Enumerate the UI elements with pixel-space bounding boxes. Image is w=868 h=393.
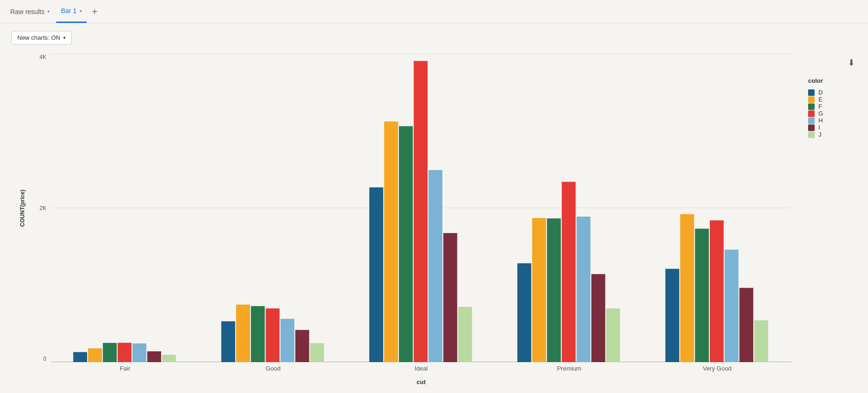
legend-area: ⬇ color D E F G H I J bbox=[791, 54, 857, 386]
bar-Very Good-F[interactable] bbox=[695, 229, 709, 362]
bar-Very Good-D[interactable] bbox=[665, 269, 679, 362]
legend-item-E: E bbox=[808, 96, 849, 103]
legend-swatch-E bbox=[808, 96, 815, 103]
new-charts-label: New charts: ON bbox=[17, 34, 60, 41]
legend-label-F: F bbox=[818, 103, 822, 110]
bar-Good-G[interactable] bbox=[265, 308, 280, 362]
bar-Premium-G[interactable] bbox=[562, 182, 576, 362]
legend-label-H: H bbox=[818, 117, 823, 124]
bar-Ideal-G[interactable] bbox=[414, 61, 428, 362]
x-axis-labels: FairGoodIdealPremiumVery Goodcut bbox=[51, 362, 791, 386]
x-label-Ideal: Ideal bbox=[414, 365, 427, 372]
toolbar: New charts: ON ▾ bbox=[11, 31, 857, 44]
x-axis-title: cut bbox=[417, 378, 426, 386]
chart-area: COUNT(price) 02K4K FairGoodIdealPremiumV… bbox=[11, 54, 791, 386]
legend-label-J: J bbox=[818, 131, 822, 138]
main-content: New charts: ON ▾ COUNT(price) 02K4K bbox=[0, 23, 868, 393]
bar-Premium-J[interactable] bbox=[606, 308, 620, 362]
legend-swatch-D bbox=[808, 89, 815, 96]
legend-label-D: D bbox=[818, 89, 823, 96]
bar-Premium-D[interactable] bbox=[517, 263, 531, 362]
y-tick-2K: 2K bbox=[39, 205, 46, 211]
bar-Fair-J[interactable] bbox=[162, 355, 176, 362]
bars-chart bbox=[51, 54, 791, 362]
bar-Good-H[interactable] bbox=[280, 319, 294, 362]
bar-Fair-I[interactable] bbox=[147, 351, 162, 362]
x-label-Premium: Premium bbox=[557, 365, 581, 372]
legend-swatch-F bbox=[808, 103, 815, 110]
legend-item-J: J bbox=[808, 131, 849, 138]
y-tick-4K: 4K bbox=[39, 54, 46, 60]
legend: color D E F G H I J bbox=[801, 73, 857, 143]
bar-Very Good-J[interactable] bbox=[754, 320, 768, 362]
download-button[interactable]: ⬇ bbox=[846, 56, 857, 70]
y-tick-0: 0 bbox=[43, 356, 46, 362]
new-charts-toggle[interactable]: New charts: ON ▾ bbox=[11, 31, 72, 44]
x-label-Good: Good bbox=[265, 365, 280, 372]
bar-Good-J[interactable] bbox=[310, 343, 324, 362]
bar-Ideal-E[interactable] bbox=[384, 122, 398, 362]
tab-bar: Raw results ▾ Bar 1 ▾ + bbox=[0, 0, 868, 23]
bar-Ideal-D[interactable] bbox=[369, 187, 383, 362]
bar-Good-D[interactable] bbox=[221, 321, 235, 362]
bar-Fair-G[interactable] bbox=[118, 343, 132, 362]
legend-item-G: G bbox=[808, 110, 849, 117]
bar-Ideal-F[interactable] bbox=[399, 126, 413, 362]
bar-Very Good-H[interactable] bbox=[725, 250, 739, 362]
legend-title: color bbox=[808, 77, 849, 84]
bar-Premium-E[interactable] bbox=[532, 218, 546, 362]
tab-raw-results[interactable]: Raw results ▾ bbox=[6, 0, 54, 23]
legend-swatch-G bbox=[808, 110, 815, 117]
tab-raw-results-label: Raw results bbox=[10, 8, 44, 15]
legend-label-G: G bbox=[818, 110, 823, 117]
bar-Very Good-E[interactable] bbox=[680, 214, 694, 362]
bar-Ideal-I[interactable] bbox=[443, 233, 457, 362]
bar-Fair-D[interactable] bbox=[73, 352, 87, 362]
bar-Good-I[interactable] bbox=[295, 330, 309, 362]
chart-container: COUNT(price) 02K4K FairGoodIdealPremiumV… bbox=[11, 54, 857, 386]
x-label-Fair: Fair bbox=[120, 365, 130, 372]
tab-bar1-chevron: ▾ bbox=[80, 8, 82, 14]
legend-label-E: E bbox=[818, 96, 823, 103]
add-tab-button[interactable]: + bbox=[88, 7, 102, 16]
bar-Premium-F[interactable] bbox=[547, 218, 561, 362]
bar-Ideal-J[interactable] bbox=[458, 307, 472, 362]
legend-item-I: I bbox=[808, 124, 849, 131]
tab-bar1[interactable]: Bar 1 ▾ bbox=[56, 0, 86, 23]
bar-Ideal-H[interactable] bbox=[428, 170, 442, 362]
x-label-Very Good: Very Good bbox=[703, 365, 731, 372]
y-axis-label: COUNT(price) bbox=[19, 189, 26, 226]
y-axis: 02K4K bbox=[30, 54, 51, 386]
bar-Good-E[interactable] bbox=[236, 305, 250, 362]
plot-area: FairGoodIdealPremiumVery Goodcut bbox=[51, 54, 791, 386]
legend-item-D: D bbox=[808, 89, 849, 96]
legend-swatch-J bbox=[808, 131, 815, 138]
legend-swatch-I bbox=[808, 124, 815, 131]
bar-Fair-F[interactable] bbox=[103, 343, 117, 362]
tab-raw-results-chevron: ▾ bbox=[47, 9, 50, 14]
bar-Fair-H[interactable] bbox=[132, 343, 147, 362]
legend-swatch-H bbox=[808, 117, 815, 124]
bar-Premium-H[interactable] bbox=[577, 217, 591, 362]
legend-item-F: F bbox=[808, 103, 849, 110]
legend-label-I: I bbox=[818, 124, 820, 131]
bar-Very Good-G[interactable] bbox=[710, 220, 724, 362]
tab-bar1-label: Bar 1 bbox=[61, 7, 76, 15]
bar-Very Good-I[interactable] bbox=[739, 288, 753, 362]
bar-Fair-E[interactable] bbox=[88, 348, 102, 362]
bar-Premium-I[interactable] bbox=[591, 274, 605, 362]
bar-Good-F[interactable] bbox=[251, 306, 265, 362]
legend-item-H: H bbox=[808, 117, 849, 124]
legend-items: D E F G H I J bbox=[808, 89, 849, 138]
new-charts-chevron: ▾ bbox=[63, 35, 66, 40]
